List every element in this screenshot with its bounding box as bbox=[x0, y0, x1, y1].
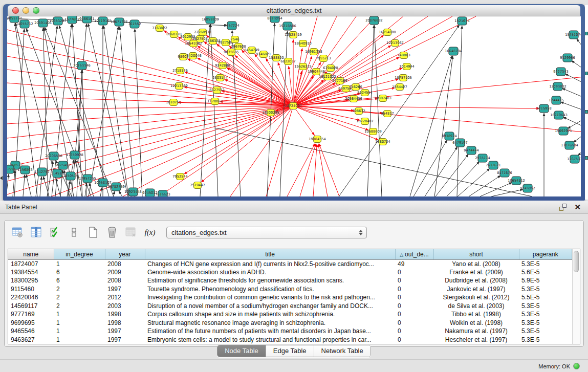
graph-node[interactable]: 17016504 bbox=[561, 141, 578, 149]
table-cell[interactable]: Wolkin et al. (1998) bbox=[433, 319, 519, 327]
graph-node[interactable]: 8938924 bbox=[442, 132, 456, 140]
graph-node[interactable]: 2935114 bbox=[475, 154, 490, 162]
table-row[interactable]: 911546021997Tourette syndrome. Phenomeno… bbox=[8, 285, 572, 294]
table-row[interactable]: 2242004622012Investigating the contribut… bbox=[8, 293, 572, 302]
table-cell[interactable]: 9699695 bbox=[8, 319, 54, 327]
window-titlebar[interactable]: citations_edges.txt bbox=[8, 5, 580, 16]
graph-node[interactable]: 19384554 bbox=[309, 136, 326, 143]
table-cell[interactable]: 1998 bbox=[105, 310, 145, 319]
table-cell[interactable]: 5.3E-5 bbox=[519, 310, 572, 319]
table-cell[interactable]: 0 bbox=[395, 327, 433, 336]
graph-node[interactable]: 1810755 bbox=[166, 99, 181, 106]
table-cell[interactable]: 2 bbox=[54, 302, 105, 311]
table-scrollbar[interactable] bbox=[572, 249, 580, 344]
table-cell[interactable]: Genome-wide association studies in ADHD. bbox=[145, 268, 395, 277]
table-cell[interactable]: de Silva et al. (2003) bbox=[433, 302, 519, 311]
graph-node[interactable]: 2053112 bbox=[7, 16, 22, 23]
graph-edge[interactable] bbox=[287, 143, 315, 196]
table-cell[interactable]: 18300295 bbox=[8, 276, 54, 285]
graph-node[interactable]: 1554427 bbox=[392, 84, 407, 91]
table-cell[interactable]: Jankovic et al. (1997) bbox=[433, 285, 519, 294]
graph-node[interactable]: 798632 bbox=[352, 108, 365, 115]
table-cell[interactable]: 5.3E-5 bbox=[519, 327, 572, 336]
table-cell[interactable]: Dudbridge et al. (2008) bbox=[433, 276, 519, 285]
graph-node[interactable]: 15751074 bbox=[565, 31, 581, 39]
table-cell[interactable]: 14569117 bbox=[8, 302, 54, 311]
memory-status-indicator[interactable] bbox=[573, 363, 580, 369]
graph-edge[interactable] bbox=[560, 102, 581, 111]
table-cell[interactable]: Yano et al. (2008) bbox=[433, 259, 519, 268]
table-cell[interactable]: 2 bbox=[54, 285, 105, 294]
graph-edge[interactable] bbox=[43, 177, 49, 196]
table-cell[interactable]: 0 bbox=[395, 285, 433, 294]
graph-edge[interactable] bbox=[88, 24, 128, 196]
graph-node[interactable]: 114519 bbox=[51, 169, 63, 178]
table-row[interactable]: 977716911998Corpus callosum shape and si… bbox=[8, 310, 572, 319]
table-cell[interactable]: 1998 bbox=[105, 319, 145, 327]
table-cell[interactable]: 0 bbox=[395, 336, 433, 344]
graph-node[interactable]: 9474444 bbox=[464, 146, 478, 155]
table-cell[interactable]: 1997 bbox=[105, 327, 145, 336]
table-cell[interactable]: 5.5E-5 bbox=[519, 293, 572, 302]
graph-edge[interactable] bbox=[293, 106, 539, 108]
table-cell[interactable]: 1 bbox=[54, 310, 105, 319]
new-document-icon[interactable] bbox=[86, 226, 100, 239]
column-header-in_degree[interactable]: in_degree bbox=[54, 249, 105, 259]
column-header-title[interactable]: title bbox=[145, 249, 395, 259]
graph-node[interactable]: 1167533 bbox=[567, 155, 581, 163]
graph-edge[interactable] bbox=[200, 24, 210, 196]
graph-edge[interactable] bbox=[135, 29, 142, 196]
graph-node[interactable]: 9329966 bbox=[560, 54, 575, 62]
graph-edge[interactable] bbox=[293, 106, 360, 120]
table-cell[interactable]: 5.3E-5 bbox=[519, 259, 572, 268]
graph-node[interactable]: 19671385 bbox=[111, 18, 128, 26]
table-row[interactable]: 946362711997Embryonic stem cells: a mode… bbox=[8, 336, 572, 344]
table-cell[interactable]: Changes of HCN gene expression and I(f) … bbox=[145, 259, 395, 268]
graph-node[interactable]: 7546 bbox=[231, 36, 239, 43]
network-canvas[interactable]: 2053112140557122089140610653287152760294… bbox=[7, 16, 581, 196]
graph-edge[interactable] bbox=[293, 106, 383, 113]
graph-edge[interactable] bbox=[318, 144, 328, 196]
table-cell[interactable]: 9465546 bbox=[8, 327, 54, 336]
table-cell[interactable]: 5.3E-5 bbox=[519, 319, 572, 327]
table-cell[interactable]: 2003 bbox=[105, 302, 145, 311]
graph-node[interactable]: 8860128 bbox=[166, 31, 181, 38]
table-cell[interactable]: 2008 bbox=[105, 276, 145, 285]
table-selector-dropdown[interactable]: citations_edges.txt bbox=[166, 227, 367, 238]
table-cell[interactable]: Franke et al. (2009) bbox=[433, 268, 519, 277]
graph-node[interactable]: 18720407 bbox=[356, 118, 374, 125]
table-cell[interactable]: 5.6E-5 bbox=[519, 268, 572, 277]
graph-edge[interactable] bbox=[192, 39, 293, 106]
graph-edge[interactable] bbox=[26, 174, 31, 196]
graph-edge[interactable] bbox=[458, 168, 490, 196]
column-header-year[interactable]: year bbox=[105, 249, 145, 259]
table-cell[interactable]: Estimation of the future numbers of pati… bbox=[145, 327, 395, 336]
graph-node[interactable]: 10807483 bbox=[374, 95, 391, 102]
collapse-panel-arrow-icon[interactable] bbox=[0, 176, 3, 180]
table-cell[interactable]: 5.9E-5 bbox=[519, 276, 572, 285]
table-cell[interactable]: 2008 bbox=[105, 259, 145, 268]
delete-trash-icon[interactable] bbox=[105, 226, 119, 239]
graph-edge[interactable] bbox=[103, 26, 128, 196]
table-row[interactable]: 969969511998Structural magnetic resonanc… bbox=[8, 319, 572, 327]
function-builder-icon[interactable]: f(x) bbox=[143, 226, 157, 239]
graph-edge[interactable] bbox=[562, 89, 581, 98]
graph-node[interactable]: 19218506 bbox=[279, 22, 296, 30]
table-cell[interactable]: 6 bbox=[54, 268, 105, 277]
scrollbar-thumb[interactable] bbox=[574, 251, 579, 272]
graph-node[interactable]: 20876682 bbox=[365, 16, 383, 25]
graph-edge[interactable] bbox=[410, 56, 452, 196]
table-cell[interactable]: 2009 bbox=[105, 268, 145, 277]
graph-node[interactable]: 17359928 bbox=[66, 151, 83, 159]
graph-edge[interactable] bbox=[434, 56, 453, 196]
graph-node[interactable]: 16543382 bbox=[185, 40, 202, 47]
graph-node[interactable]: 7615523 bbox=[155, 190, 170, 196]
table-cell[interactable]: 6 bbox=[54, 276, 105, 285]
graph-edge[interactable] bbox=[319, 143, 339, 196]
graph-node[interactable]: 7955213 bbox=[316, 55, 331, 62]
graph-node[interactable]: 8427552 bbox=[209, 87, 224, 94]
table-cell[interactable]: Nakamura et al. (1997) bbox=[433, 327, 519, 336]
graph-node[interactable]: 10653287 bbox=[49, 17, 67, 25]
table-cell[interactable]: 0 bbox=[395, 302, 433, 311]
table-cell[interactable]: 0 bbox=[395, 276, 433, 285]
